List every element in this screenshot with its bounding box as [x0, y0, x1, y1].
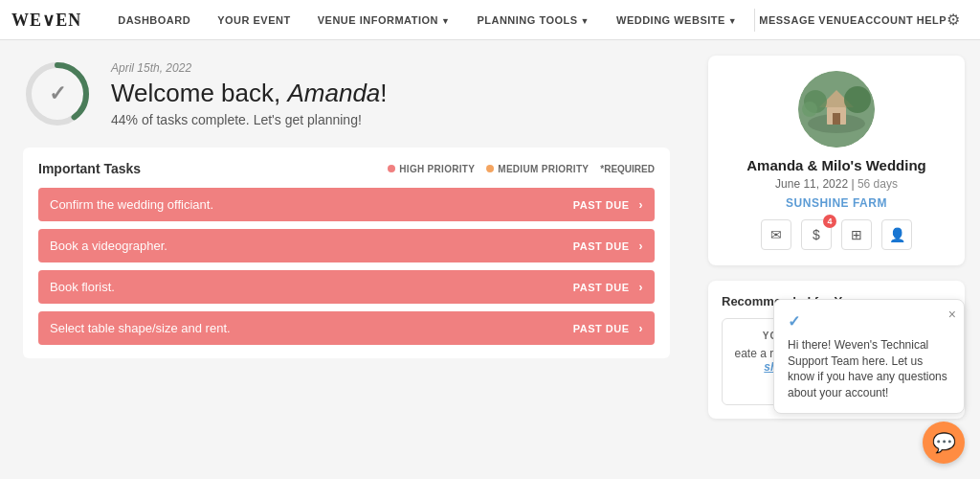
mail-icon: ✉	[770, 227, 782, 242]
task-item[interactable]: Book a videographer. PAST DUE ›	[38, 229, 655, 262]
venue-name[interactable]: SUNSHINE FARM	[786, 196, 887, 210]
medium-priority-dot	[486, 165, 494, 172]
tasks-title: Important Tasks	[38, 161, 141, 176]
nav-links: DASHBOARD YOUR EVENT VENUE INFORMATION▼ …	[104, 9, 969, 32]
chevron-down-icon: ▼	[441, 16, 450, 26]
svg-rect-6	[833, 113, 840, 125]
progress-check: ✓	[49, 81, 66, 106]
chat-popup: ✓ × Hi there! Weven's Technical Support …	[773, 299, 965, 414]
budget-icon-button[interactable]: $ 4	[801, 219, 832, 250]
welcome-heading: Welcome back, Amanda!	[111, 79, 388, 108]
task-status: PAST DUE ›	[573, 322, 643, 335]
task-item[interactable]: Book florist. PAST DUE ›	[38, 270, 655, 304]
welcome-section: ✓ April 15th, 2022 Welcome back, Amanda!…	[23, 59, 670, 128]
chevron-right-icon: ›	[639, 198, 644, 212]
progress-circle: ✓	[23, 59, 92, 128]
chevron-right-icon: ›	[639, 240, 644, 253]
task-label: Book florist.	[50, 280, 573, 294]
medium-priority-legend: MEDIUM PRIORITY	[486, 164, 589, 174]
required-label: *REQUIRED	[600, 164, 655, 174]
chevron-down-icon: ▼	[728, 16, 737, 26]
wedding-date: June 11, 2022 | 56 days	[775, 177, 898, 191]
nav-dashboard[interactable]: DASHBOARD	[104, 14, 204, 26]
venue-icons: ✉ $ 4 ⊞ 👤	[761, 219, 912, 250]
task-item[interactable]: Confirm the wedding officiant. PAST DUE …	[38, 188, 655, 221]
gear-icon[interactable]: ⚙	[947, 11, 960, 29]
svg-point-9	[802, 102, 817, 117]
person-icon: 👤	[889, 227, 905, 242]
welcome-subtext: 44% of tasks complete. Let's get plannin…	[111, 112, 388, 127]
task-status: PAST DUE ›	[573, 198, 643, 212]
chevron-right-icon: ›	[639, 322, 644, 335]
tasks-section: Important Tasks HIGH PRIORITY MEDIUM PRI…	[23, 148, 670, 358]
nav-venue-info[interactable]: VENUE INFORMATION▼	[304, 14, 464, 26]
dollar-icon: $	[813, 227, 820, 242]
profile-icon-button[interactable]: 👤	[881, 219, 912, 250]
message-icon-button[interactable]: ✉	[761, 219, 791, 250]
venue-photo	[798, 71, 875, 148]
nav-account-help[interactable]: ACCOUNT HELP	[858, 14, 947, 26]
task-label: Select table shape/size and rent.	[50, 321, 573, 335]
navbar: WE∨EN DASHBOARD YOUR EVENT VENUE INFORMA…	[0, 0, 980, 40]
budget-badge: 4	[823, 215, 836, 228]
task-label: Confirm the wedding officiant.	[50, 197, 573, 212]
high-priority-dot	[388, 165, 395, 172]
nav-message-venue[interactable]: MESSAGE VENUE	[759, 14, 857, 26]
chevron-down-icon: ▼	[581, 16, 590, 26]
welcome-date: April 15th, 2022	[111, 61, 388, 75]
task-status: PAST DUE ›	[573, 240, 643, 253]
chat-check-icon: ✓	[788, 311, 950, 332]
task-status: PAST DUE ›	[573, 281, 643, 294]
wedding-name: Amanda & Milo's Wedding	[746, 157, 925, 173]
chat-message: Hi there! Weven's Technical Support Team…	[788, 338, 947, 399]
priority-legend: HIGH PRIORITY MEDIUM PRIORITY *REQUIRED	[388, 164, 655, 174]
venue-card: Amanda & Milo's Wedding June 11, 2022 | …	[708, 56, 965, 265]
venue-photo-image	[798, 71, 875, 148]
task-label: Book a videographer.	[50, 239, 573, 253]
high-priority-legend: HIGH PRIORITY	[388, 164, 475, 174]
task-item[interactable]: Select table shape/size and rent. PAST D…	[38, 311, 655, 345]
left-panel: ✓ April 15th, 2022 Welcome back, Amanda!…	[0, 40, 693, 479]
grid-icon: ⊞	[851, 227, 862, 242]
chevron-right-icon: ›	[639, 281, 644, 294]
nav-planning-tools[interactable]: PLANNING TOOLS▼	[463, 14, 603, 26]
guest-list-icon-button[interactable]: ⊞	[841, 219, 872, 250]
welcome-text: April 15th, 2022 Welcome back, Amanda! 4…	[111, 61, 388, 127]
nav-wedding-website[interactable]: WEDDING WEBSITE▼	[603, 14, 750, 26]
chat-icon: 💬	[932, 431, 956, 454]
nav-divider	[754, 9, 755, 32]
tasks-header: Important Tasks HIGH PRIORITY MEDIUM PRI…	[38, 161, 655, 176]
svg-point-8	[844, 86, 871, 113]
nav-your-event[interactable]: YOUR EVENT	[204, 14, 304, 26]
chat-bubble-button[interactable]: 💬	[923, 422, 965, 464]
chat-widget: ✓ × Hi there! Weven's Technical Support …	[773, 299, 965, 464]
close-icon[interactable]: ×	[948, 306, 956, 325]
logo[interactable]: WE∨EN	[11, 10, 81, 31]
